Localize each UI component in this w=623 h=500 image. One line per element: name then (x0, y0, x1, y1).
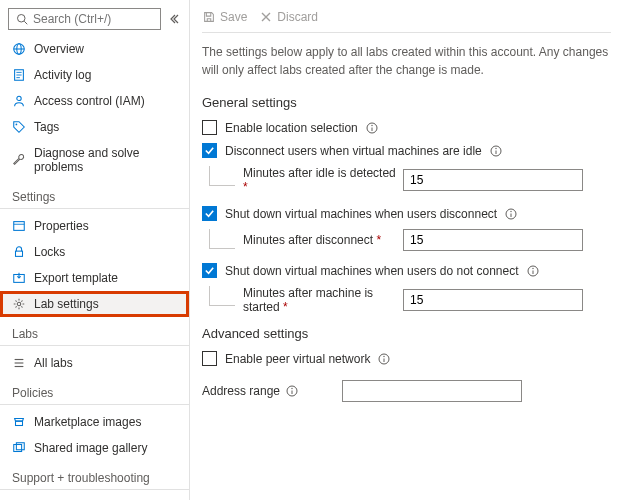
sidebar-label: Export template (34, 271, 118, 285)
toolbar-label: Discard (277, 10, 318, 24)
sidebar-item-locks[interactable]: Locks (0, 239, 189, 265)
list-icon (12, 356, 26, 370)
svg-point-33 (510, 210, 511, 211)
gear-icon (12, 297, 26, 311)
svg-point-39 (384, 355, 385, 356)
sidebar-label: Overview (34, 42, 84, 56)
globe-icon (12, 42, 26, 56)
tag-icon (12, 120, 26, 134)
sidebar-label: Locks (34, 245, 65, 259)
enable-location-label: Enable location selection (225, 121, 358, 135)
sidebar-item-diagnose[interactable]: Diagnose and solve problems (0, 140, 189, 180)
svg-rect-20 (14, 445, 22, 452)
discard-button[interactable]: Discard (259, 10, 318, 24)
started-minutes-input[interactable] (403, 289, 583, 311)
disconnect-idle-label: Disconnect users when virtual machines a… (225, 144, 482, 158)
disconnect-idle-checkbox[interactable] (202, 143, 217, 158)
close-icon (259, 10, 273, 24)
save-button[interactable]: Save (202, 10, 247, 24)
toolbar-label: Save (220, 10, 247, 24)
peer-vnet-label: Enable peer virtual network (225, 352, 370, 366)
svg-line-1 (24, 21, 27, 24)
lock-icon (12, 245, 26, 259)
sidebar-item-shared-gallery[interactable]: Shared image gallery (0, 435, 189, 461)
sidebar-group-labs: Labs (0, 317, 189, 346)
svg-point-10 (16, 124, 18, 126)
export-icon (12, 271, 26, 285)
toolbar: Save Discard (202, 10, 611, 33)
search-input[interactable] (8, 8, 161, 30)
sidebar-item-export-template[interactable]: Export template (0, 265, 189, 291)
started-minutes-label: Minutes after machine is started (243, 286, 373, 314)
info-icon[interactable] (527, 265, 539, 277)
sidebar-item-marketplace[interactable]: Marketplace images (0, 409, 189, 435)
sidebar-label: Shared image gallery (34, 441, 147, 455)
svg-point-9 (17, 96, 21, 100)
sidebar-item-activity-log[interactable]: Activity log (0, 62, 189, 88)
connector-line (209, 286, 235, 306)
info-icon[interactable] (286, 385, 298, 397)
svg-point-30 (495, 147, 496, 148)
svg-point-15 (17, 302, 21, 306)
peer-vnet-checkbox[interactable] (202, 351, 217, 366)
disconnect-minutes-input[interactable] (403, 229, 583, 251)
connector-line (209, 229, 235, 249)
sidebar-label: All labs (34, 356, 73, 370)
sidebar-group-policies: Policies (0, 376, 189, 405)
address-range-label: Address range (202, 384, 280, 398)
svg-rect-19 (16, 421, 23, 425)
sidebar-label: Lab settings (34, 297, 99, 311)
svg-point-0 (18, 15, 26, 23)
sidebar-label: Tags (34, 120, 59, 134)
search-icon (15, 12, 29, 26)
sidebar-label: Marketplace images (34, 415, 141, 429)
disconnect-minutes-label: Minutes after disconnect (243, 233, 373, 247)
shutdown-noconnect-label: Shut down virtual machines when users do… (225, 264, 519, 278)
sidebar-group-settings: Settings (0, 180, 189, 209)
sidebar-group-support: Support + troubleshooting (0, 461, 189, 490)
main-content: Save Discard The settings below apply to… (190, 0, 623, 500)
sidebar-label: Activity log (34, 68, 91, 82)
advanced-settings-title: Advanced settings (202, 326, 611, 341)
svg-rect-21 (16, 443, 24, 450)
svg-point-36 (532, 267, 533, 268)
shutdown-disconnect-checkbox[interactable] (202, 206, 217, 221)
sidebar-item-access-control[interactable]: Access control (IAM) (0, 88, 189, 114)
svg-rect-11 (14, 222, 25, 231)
wrench-icon (12, 153, 26, 167)
svg-point-42 (291, 388, 292, 389)
save-icon (202, 10, 216, 24)
idle-minutes-input[interactable] (403, 169, 583, 191)
address-range-input[interactable] (342, 380, 522, 402)
info-icon[interactable] (366, 122, 378, 134)
info-icon[interactable] (378, 353, 390, 365)
sidebar-item-tags[interactable]: Tags (0, 114, 189, 140)
sidebar-item-internal-support[interactable]: Internal support (0, 494, 189, 500)
sidebar-item-all-labs[interactable]: All labs (0, 350, 189, 376)
svg-rect-13 (16, 251, 23, 256)
enable-location-checkbox[interactable] (202, 120, 217, 135)
marketplace-icon (12, 415, 26, 429)
sidebar-item-lab-settings[interactable]: Lab settings (0, 291, 189, 317)
idle-minutes-label: Minutes after idle is detected (243, 166, 396, 180)
collapse-icon[interactable] (167, 12, 181, 26)
svg-point-27 (371, 124, 372, 125)
info-icon[interactable] (490, 145, 502, 157)
sidebar-item-overview[interactable]: Overview (0, 36, 189, 62)
sidebar-item-properties[interactable]: Properties (0, 213, 189, 239)
gallery-icon (12, 441, 26, 455)
general-settings-title: General settings (202, 95, 611, 110)
person-icon (12, 94, 26, 108)
sidebar: Overview Activity log Access control (IA… (0, 0, 190, 500)
sidebar-label: Properties (34, 219, 89, 233)
description-text: The settings below apply to all labs cre… (202, 43, 611, 79)
info-icon[interactable] (505, 208, 517, 220)
properties-icon (12, 219, 26, 233)
sidebar-label: Diagnose and solve problems (34, 146, 177, 174)
shutdown-noconnect-checkbox[interactable] (202, 263, 217, 278)
sidebar-label: Access control (IAM) (34, 94, 145, 108)
connector-line (209, 166, 235, 186)
log-icon (12, 68, 26, 82)
shutdown-disconnect-label: Shut down virtual machines when users di… (225, 207, 497, 221)
